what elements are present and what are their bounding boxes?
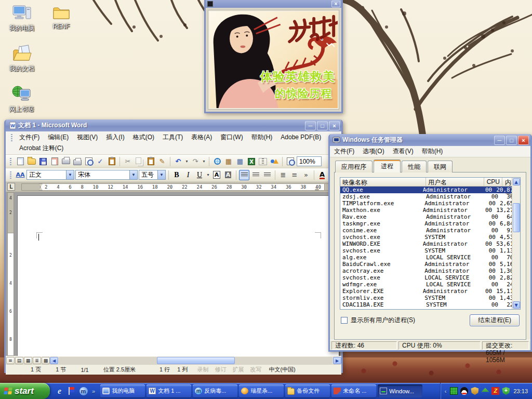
- tab-应用程序[interactable]: 应用程序: [335, 161, 373, 172]
- hscroll-track[interactable]: [59, 357, 332, 364]
- style-combo[interactable]: 正文 ▼: [26, 170, 74, 180]
- font-color-icon[interactable]: A: [317, 170, 327, 180]
- taskmgr-minimize-button[interactable]: ─: [494, 136, 505, 145]
- align-left-icon[interactable]: [239, 170, 249, 180]
- process-row[interactable]: svchost.exeSYSTEM004,536 K: [340, 234, 520, 241]
- process-row[interactable]: zdsj.exeAdministrator00364 K: [340, 193, 520, 200]
- font-size-combo[interactable]: 五号 ▼: [139, 170, 166, 180]
- tab-联网[interactable]: 联网: [428, 161, 453, 172]
- word-close-button[interactable]: ×: [329, 121, 340, 130]
- copy-icon[interactable]: [134, 156, 144, 167]
- undo-icon[interactable]: [173, 156, 183, 167]
- taskbar-button-my-computer[interactable]: 我的电脑: [100, 384, 145, 397]
- start-button[interactable]: start: [0, 383, 50, 399]
- word-menu-item[interactable]: 工具(T): [158, 132, 187, 143]
- word-menu-item[interactable]: 视图(V): [73, 132, 102, 143]
- process-row[interactable]: svchost.exeSYSTEM001,136 K: [340, 247, 520, 254]
- mail-icon[interactable]: [61, 156, 71, 167]
- taskmgr-menu-item[interactable]: 选项(O): [358, 146, 388, 157]
- show-all-users-checkbox[interactable]: [341, 317, 348, 324]
- process-row[interactable]: acrotray.exeAdministrator001,304 K: [340, 268, 520, 274]
- taskmgr-menu-item[interactable]: 帮助(H): [418, 146, 447, 157]
- toolbar-drag-handle[interactable]: [10, 158, 11, 165]
- align-center-icon[interactable]: [250, 170, 261, 180]
- document-map-icon[interactable]: [285, 156, 296, 167]
- taskbar-button-antivirus-page[interactable]: m 反病毒...: [193, 384, 237, 397]
- process-list[interactable]: 映像名称用户名CPU内存使用 QQ.exeAdministrator0020,8…: [340, 177, 521, 310]
- scroll-right-arrow[interactable]: ▶: [333, 357, 341, 364]
- bullets-icon[interactable]: [289, 170, 300, 180]
- save-icon[interactable]: [38, 156, 48, 167]
- taskmgr-close-button[interactable]: ×: [518, 136, 529, 145]
- open-icon[interactable]: [26, 156, 37, 167]
- web-layout-view-button[interactable]: ▤: [15, 357, 23, 364]
- tab-stop-selector[interactable]: L: [7, 183, 15, 191]
- word-maximize-button[interactable]: □: [317, 121, 328, 130]
- maxthon-icon[interactable]: m: [79, 387, 88, 395]
- reading-layout-view-button[interactable]: ▩: [42, 357, 50, 364]
- insert-table-icon[interactable]: [235, 156, 245, 167]
- hscroll-thumb[interactable]: [157, 357, 235, 364]
- process-row[interactable]: Rav.exeAdministrator00648 K: [340, 214, 520, 220]
- taskbar-button-word[interactable]: W 文档 1 ...: [147, 384, 191, 397]
- permission-icon[interactable]: [49, 156, 60, 167]
- tab-进程[interactable]: 进程: [374, 159, 401, 172]
- scroll-left-arrow[interactable]: ◀: [50, 357, 58, 364]
- word-menu-item[interactable]: 窗口(W): [216, 132, 247, 143]
- horizontal-ruler[interactable]: 246810121416182022242628303234363840: [21, 183, 329, 191]
- numbering-icon[interactable]: [278, 170, 288, 180]
- redo-icon[interactable]: [190, 156, 201, 167]
- font-combo[interactable]: 宋体 ▼: [75, 170, 138, 180]
- process-row[interactable]: taskmgr.exeAdministrator006,840 K: [340, 220, 520, 227]
- font-dropdown-icon[interactable]: ▼: [129, 170, 137, 179]
- taskbar-button-task-manager[interactable]: Window...: [378, 384, 422, 397]
- column-header[interactable]: 用户名: [426, 178, 484, 186]
- character-shading-icon[interactable]: A: [223, 170, 233, 180]
- ad-image[interactable]: 体验英雄救美 的惊险历程: [209, 11, 338, 108]
- process-row[interactable]: TIMPlatform.exeAdministrator002,656 K: [340, 200, 520, 207]
- taskmgr-menu-item[interactable]: 查看(V): [389, 146, 418, 157]
- quick-launch-overflow-chevron[interactable]: »: [91, 388, 96, 394]
- process-row[interactable]: conime.exeAdministrator00916 K: [340, 227, 520, 234]
- tray-netmeter-icon[interactable]: [450, 387, 458, 395]
- menubar-drag-handle[interactable]: [11, 134, 12, 141]
- word-menu-item[interactable]: Acrobat 注释(C): [15, 143, 68, 154]
- tray-colorful-icon[interactable]: [491, 387, 499, 395]
- document-page[interactable]: [17, 195, 339, 356]
- word-menu-item[interactable]: 文件(F): [15, 132, 44, 143]
- process-list-scrollbar[interactable]: ▲ ▼: [512, 178, 520, 309]
- process-row[interactable]: svchost.exeLOCAL SERVICE002,824 K: [340, 274, 520, 281]
- desktop-icon-my-computer[interactable]: 我的电脑: [3, 4, 41, 33]
- tray-qq-icon[interactable]: [460, 387, 468, 395]
- underline-icon[interactable]: U: [194, 170, 205, 180]
- vscroll-thumb[interactable]: [513, 203, 520, 232]
- toolbar-drag-handle[interactable]: [10, 171, 11, 179]
- tray-collapse-chevron[interactable]: ‹: [444, 388, 448, 394]
- word-menu-item[interactable]: 帮助(H): [247, 132, 277, 143]
- process-row[interactable]: QQ.exeAdministrator0020,876 K: [340, 187, 520, 193]
- undo-dropdown-icon[interactable]: ▾: [184, 159, 189, 164]
- word-menu-item[interactable]: 插入(I): [102, 132, 128, 143]
- drawing-icon[interactable]: [269, 156, 280, 167]
- spelling-icon[interactable]: [95, 156, 105, 167]
- paste-icon[interactable]: [145, 156, 156, 167]
- underline-dropdown-icon[interactable]: ▾: [206, 172, 210, 177]
- increase-indent-icon[interactable]: [301, 170, 311, 180]
- taskmgr-maximize-button[interactable]: □: [506, 136, 517, 145]
- print-preview-icon[interactable]: [84, 156, 94, 167]
- desktop-icon-network-places[interactable]: 网上邻居: [3, 84, 41, 114]
- process-row[interactable]: CDAC11BA.EXESYSTEM00220 K: [340, 301, 520, 308]
- taskmgr-menu-item[interactable]: 文件(F): [330, 146, 358, 157]
- format-painter-icon[interactable]: [157, 156, 167, 167]
- word-minimize-button[interactable]: ─: [305, 121, 316, 130]
- word-menu-item[interactable]: Adobe PDF(B): [276, 132, 325, 142]
- outline-view-button[interactable]: ≣: [33, 357, 41, 364]
- scroll-up-arrow[interactable]: ▲: [513, 178, 520, 185]
- word-document-area[interactable]: 422468: [6, 192, 341, 356]
- scroll-down-arrow[interactable]: ▼: [513, 301, 520, 309]
- process-row[interactable]: stormliv.exeSYSTEM001,436 K: [340, 295, 520, 301]
- align-right-icon[interactable]: [262, 170, 272, 180]
- new-document-icon[interactable]: [15, 156, 25, 167]
- process-row[interactable]: wdfmgr.exeLOCAL SERVICE00244 K: [340, 281, 520, 288]
- tray-security-shield-icon[interactable]: [471, 387, 478, 395]
